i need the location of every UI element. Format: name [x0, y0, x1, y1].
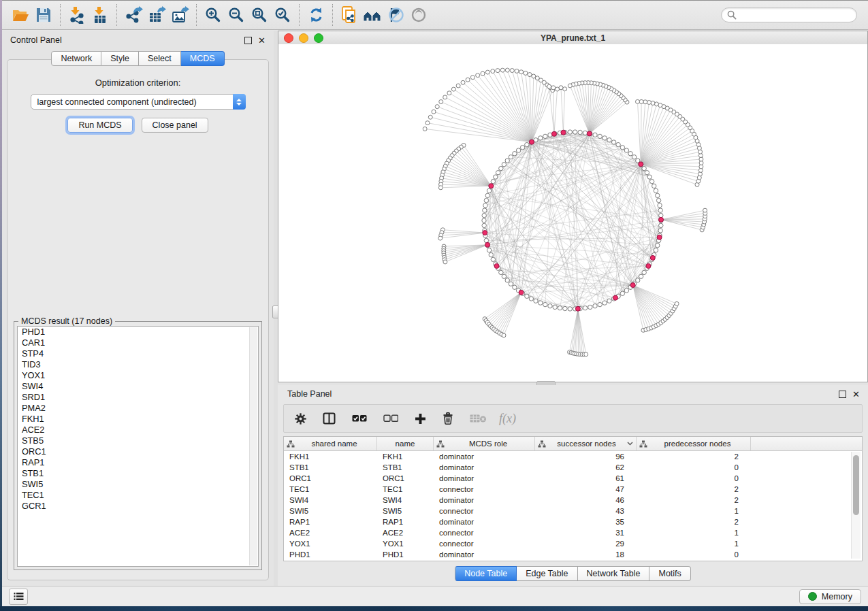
mcds-hub-node[interactable] — [630, 283, 635, 288]
network-node[interactable] — [583, 306, 587, 310]
network-node[interactable] — [620, 291, 624, 295]
network-node[interactable] — [578, 130, 582, 134]
network-node[interactable] — [588, 305, 592, 309]
network-node[interactable] — [491, 179, 495, 183]
column-header-name[interactable]: name — [377, 437, 434, 450]
mcds-hub-node[interactable] — [551, 131, 556, 136]
close-panel-icon[interactable]: ✕ — [852, 391, 860, 397]
mcds-hub-node[interactable] — [575, 306, 580, 311]
network-node[interactable] — [624, 148, 628, 152]
tab-edge-table[interactable]: Edge Table — [517, 566, 577, 581]
add-column-icon[interactable] — [415, 413, 426, 425]
network-leaf-node[interactable] — [432, 110, 436, 114]
mcds-hub-node[interactable] — [587, 131, 592, 136]
mcds-result-list[interactable]: PHD1CAR1STP4TID3YOX1SWI4SRD1PMA2FKH1ACE2… — [17, 326, 259, 567]
tab-network[interactable]: Network — [51, 51, 101, 66]
network-node[interactable] — [593, 304, 597, 308]
close-panel-button[interactable]: Close panel — [142, 118, 208, 133]
mcds-hub-node[interactable] — [485, 242, 490, 247]
network-node[interactable] — [487, 248, 491, 252]
network-node[interactable] — [593, 133, 597, 137]
delete-column-icon[interactable] — [443, 412, 453, 425]
zoom-out-icon[interactable] — [225, 3, 248, 27]
log-console-button[interactable] — [9, 589, 28, 605]
network-leaf-node[interactable] — [461, 80, 465, 84]
network-leaf-node[interactable] — [515, 69, 519, 73]
network-leaf-node[interactable] — [643, 100, 647, 104]
zoom-fit-icon[interactable] — [248, 3, 271, 27]
network-leaf-node[interactable] — [532, 74, 536, 78]
mcds-hub-node[interactable] — [561, 130, 566, 135]
network-leaf-node[interactable] — [500, 68, 504, 72]
column-header-predecessor-nodes[interactable]: predecessor nodes — [637, 437, 751, 450]
import-table-icon[interactable] — [89, 3, 112, 27]
network-leaf-node[interactable] — [551, 86, 556, 90]
network-node[interactable] — [509, 155, 513, 159]
mcds-hub-node[interactable] — [529, 139, 534, 144]
mcds-result-item[interactable]: STB1 — [18, 468, 258, 479]
mcds-hub-node[interactable] — [646, 263, 651, 268]
network-node[interactable] — [659, 213, 663, 217]
network-leaf-node[interactable] — [439, 100, 443, 104]
network-node[interactable] — [502, 274, 506, 278]
network-node[interactable] — [642, 270, 646, 274]
mcds-result-item[interactable]: ORC1 — [18, 446, 258, 457]
network-leaf-node[interactable] — [447, 91, 451, 95]
network-node[interactable] — [598, 134, 602, 138]
column-header-mcds-role[interactable]: MCDS role — [434, 437, 535, 450]
network-leaf-node[interactable] — [524, 71, 528, 75]
mcds-result-item[interactable]: TID3 — [18, 359, 258, 370]
criterion-dropdown[interactable]: largest connected component (undirected) — [31, 94, 246, 110]
network-node[interactable] — [573, 130, 577, 134]
mcds-hub-node[interactable] — [489, 184, 494, 188]
network-node[interactable] — [496, 171, 500, 175]
network-node[interactable] — [489, 252, 493, 257]
network-node[interactable] — [649, 179, 654, 183]
network-node[interactable] — [654, 188, 658, 193]
hide-graphics-details-icon[interactable] — [384, 3, 407, 27]
network-node[interactable] — [632, 155, 636, 159]
close-panel-icon[interactable]: ✕ — [258, 37, 266, 44]
network-node[interactable] — [482, 223, 486, 227]
network-node[interactable] — [656, 193, 660, 197]
network-node[interactable] — [485, 193, 489, 197]
network-leaf-node[interactable] — [443, 95, 447, 99]
network-leaf-node[interactable] — [423, 127, 427, 131]
network-node[interactable] — [607, 299, 611, 303]
table-row[interactable]: TEC1TEC1connector472 — [284, 484, 862, 495]
mcds-hub-node[interactable] — [519, 290, 524, 295]
network-node[interactable] — [499, 166, 503, 170]
network-node[interactable] — [483, 203, 487, 208]
network-node[interactable] — [639, 274, 643, 278]
mcds-hub-node[interactable] — [494, 263, 499, 268]
save-session-icon[interactable] — [32, 3, 55, 27]
mcds-result-item[interactable]: STP4 — [18, 348, 258, 359]
table-row[interactable]: ORC1ORC1dominator610 — [284, 473, 862, 484]
network-leaf-node[interactable] — [438, 186, 443, 190]
network-leaf-node[interactable] — [451, 87, 455, 91]
network-node[interactable] — [539, 136, 543, 140]
network-leaf-node[interactable] — [519, 70, 524, 74]
tab-style[interactable]: Style — [101, 51, 139, 66]
tab-mcds[interactable]: MCDS — [181, 51, 225, 66]
network-canvas[interactable] — [278, 44, 867, 382]
network-node[interactable] — [658, 229, 662, 233]
network-node[interactable] — [568, 130, 572, 134]
mcds-result-item[interactable]: GCR1 — [18, 501, 258, 512]
scrollbar[interactable] — [851, 452, 861, 559]
network-leaf-node[interactable] — [510, 69, 514, 73]
network-node[interactable] — [499, 270, 503, 274]
network-node[interactable] — [525, 294, 529, 298]
network-node[interactable] — [563, 306, 567, 310]
network-node[interactable] — [659, 223, 663, 227]
network-node[interactable] — [602, 301, 607, 305]
network-node[interactable] — [520, 145, 524, 149]
mcds-result-item[interactable]: CAR1 — [18, 337, 258, 348]
network-node[interactable] — [611, 140, 615, 144]
network-leaf-node[interactable] — [443, 260, 447, 264]
mcds-result-item[interactable]: STB5 — [18, 435, 258, 446]
network-leaf-node[interactable] — [563, 87, 567, 91]
network-leaf-node[interactable] — [476, 73, 480, 78]
network-node[interactable] — [525, 142, 529, 146]
network-leaf-node[interactable] — [456, 84, 460, 88]
